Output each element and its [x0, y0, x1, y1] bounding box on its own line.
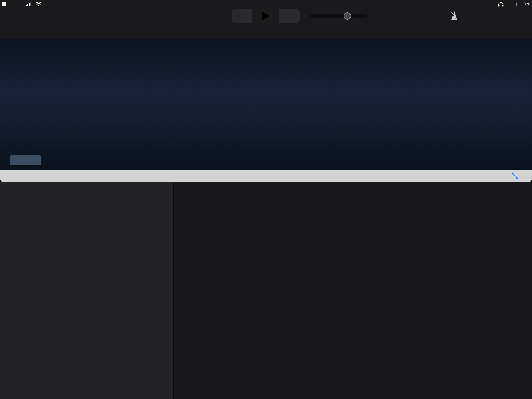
back-to-app-chip[interactable]	[2, 2, 6, 6]
stop-button[interactable]	[232, 9, 252, 23]
track-header-panel	[0, 182, 174, 399]
transport-controls	[232, 9, 300, 23]
panel-divider	[173, 182, 174, 399]
visual-eq-sheet-bar[interactable]	[0, 170, 532, 182]
headphones-status-icon	[498, 2, 504, 7]
expand-sheet-icon[interactable]	[511, 172, 520, 180]
status-bar	[0, 0, 532, 8]
master-meter-right	[312, 16, 334, 17]
master-meter-left	[312, 15, 335, 16]
play-icon	[262, 11, 270, 20]
metronome-button[interactable]	[448, 10, 460, 21]
record-button[interactable]	[279, 9, 300, 23]
visual-eq-panel	[0, 39, 532, 170]
stop-icon	[239, 13, 246, 19]
play-button[interactable]	[253, 9, 279, 23]
tracks-workspace	[0, 182, 532, 399]
wifi-icon	[36, 2, 41, 6]
master-volume-slider[interactable]	[310, 14, 367, 18]
record-icon	[285, 12, 293, 20]
cellular-signal-icon	[26, 2, 33, 6]
analyser-button[interactable]	[10, 155, 41, 165]
battery-icon	[516, 2, 525, 6]
charging-bolt-icon	[527, 2, 530, 6]
track-lanes[interactable]	[174, 182, 532, 399]
timeline-ruler[interactable]	[174, 29, 532, 39]
clip-indicator-left	[358, 15, 361, 16]
clip-indicator-right	[358, 16, 361, 18]
master-volume-knob[interactable]	[344, 12, 351, 20]
battery-cap	[525, 3, 526, 5]
